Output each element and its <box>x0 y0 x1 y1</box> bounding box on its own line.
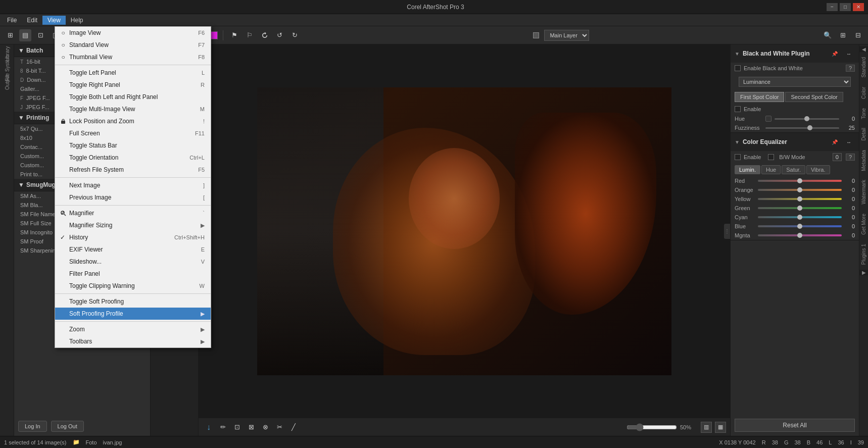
smugmug-item-2[interactable]: SM File Name <box>14 210 150 219</box>
layer-select[interactable]: Main Layer <box>544 30 589 41</box>
rotate-icon[interactable] <box>259 29 271 41</box>
printing-item-0[interactable]: 5x7 Qu... <box>14 124 150 133</box>
color-eq-expand-button[interactable]: ↔ <box>843 136 855 148</box>
vtab-plugins[interactable]: Plugins 1 <box>859 240 868 269</box>
view-mode-1[interactable]: ▥ <box>701 422 712 433</box>
smugmug-item-5[interactable]: SM Proof <box>14 237 150 246</box>
first-spot-color-tab[interactable]: First Spot Color <box>735 92 784 102</box>
standard-view-button[interactable]: ▤ <box>19 29 31 41</box>
menu-edit[interactable]: Edit <box>22 16 42 25</box>
thumb-view-button[interactable]: ⊡ <box>34 29 46 41</box>
menu-view[interactable]: View <box>42 16 66 25</box>
printing-item-1[interactable]: 8x10 <box>14 133 150 142</box>
batch-item-5[interactable]: J JPEG F... <box>14 103 150 112</box>
right-collapse-handle[interactable]: ⋮ <box>724 224 730 239</box>
color-swatch-pink[interactable] <box>210 31 218 39</box>
star-5[interactable]: ★ <box>116 31 123 39</box>
batch-item-4[interactable]: F JPEG F... <box>14 93 150 103</box>
vtab-watermark[interactable]: Watermark <box>859 176 868 209</box>
printing-item-2[interactable]: Contac... <box>14 142 150 152</box>
search-button[interactable]: 🔍 <box>822 29 834 41</box>
cyan-track[interactable] <box>758 216 842 218</box>
smugmug-item-4[interactable]: SM Incognito <box>14 228 150 237</box>
view-mode-2[interactable]: ▦ <box>715 422 726 433</box>
zoom-slider[interactable] <box>626 423 677 431</box>
mgnta-track[interactable] <box>758 234 842 236</box>
smugmug-item-3[interactable]: SM Full Size <box>14 219 150 228</box>
thumb-item-1[interactable]: portrait-ph.jpg <box>153 98 196 138</box>
bw-expand-button[interactable]: ↔ <box>843 47 855 60</box>
star-2[interactable]: ★ <box>87 31 94 39</box>
eq-tab-satur[interactable]: Satur. <box>782 165 805 174</box>
thumb-nav-left[interactable]: ◀ <box>151 44 160 53</box>
minimize-button[interactable]: − <box>827 3 838 11</box>
smugmug-item-0[interactable]: SM As... <box>14 191 150 201</box>
flag2-button[interactable]: ⚐ <box>244 29 256 41</box>
thumb-nav-right[interactable]: ▶ <box>151 184 160 192</box>
color-eq-pin-button[interactable]: 📌 <box>829 136 841 148</box>
color-swatch-gray[interactable] <box>143 31 151 39</box>
bw-mode-checkbox[interactable] <box>768 154 774 160</box>
undo-button[interactable]: ↺ <box>274 29 286 41</box>
hue-slider-track[interactable] <box>775 118 839 120</box>
log-out-button[interactable]: Log Out <box>51 421 84 432</box>
right-panel-nav-left[interactable]: ◀ <box>859 46 869 52</box>
luminance-select[interactable]: Luminance <box>739 77 851 87</box>
color-swatch-green[interactable] <box>165 31 173 39</box>
printing-item-4[interactable]: Custom... <box>14 161 150 170</box>
maximize-button[interactable]: □ <box>840 3 851 11</box>
green-track[interactable] <box>758 207 842 209</box>
second-spot-color-tab[interactable]: Second Spot Color <box>785 92 843 102</box>
hue-color-swatch[interactable] <box>765 116 771 122</box>
tool-retouch[interactable]: ⊗ <box>259 421 271 433</box>
view-toggle-2[interactable]: ⊟ <box>852 29 864 41</box>
eq-tab-hue[interactable]: Hue <box>761 165 781 174</box>
left-panel-filesystem[interactable]: File System <box>2 63 13 74</box>
vtab-tone[interactable]: Tone <box>859 104 868 123</box>
color-eq-help-button[interactable]: ? <box>846 154 855 161</box>
unknown-btn[interactable]: ◫ <box>50 29 62 41</box>
tool-edit[interactable]: ✏ <box>217 421 229 433</box>
right-panel-nav-right[interactable]: ▶ <box>859 270 869 275</box>
thumb-item-2[interactable]: priches.jpg <box>153 141 196 181</box>
fuzziness-slider-track[interactable] <box>765 127 839 129</box>
batch-item-0[interactable]: T 16-bit <box>14 57 150 66</box>
color-swatch-yellow[interactable] <box>176 31 184 39</box>
tool-crop[interactable]: ⊡ <box>231 421 243 433</box>
log-in-button[interactable]: Log In <box>18 421 47 432</box>
star-3[interactable]: ★ <box>97 31 104 39</box>
yellow-track[interactable] <box>758 198 842 200</box>
tool-gradient[interactable]: ╱ <box>287 421 300 433</box>
smugmug-item-1[interactable]: SM Bla... <box>14 201 150 210</box>
bw-help-button[interactable]: ? <box>846 65 855 72</box>
vtab-detail[interactable]: Detail <box>859 124 868 145</box>
menu-file[interactable]: File <box>2 16 22 25</box>
batch-section-header[interactable]: ▼ Batch <box>14 44 150 57</box>
eq-tab-vibra[interactable]: Vibra. <box>806 165 830 174</box>
redo-button[interactable]: ↻ <box>289 29 301 41</box>
printing-item-3[interactable]: Custom... <box>14 152 150 161</box>
orange-track[interactable] <box>758 189 842 191</box>
star-4[interactable]: ★ <box>107 31 113 39</box>
flag-button[interactable]: ⚑ <box>228 29 240 41</box>
star-6[interactable]: ★ <box>126 31 132 39</box>
color-swatch-red[interactable] <box>154 31 162 39</box>
color-swatch-purple[interactable] <box>199 31 207 39</box>
tool-stamp[interactable]: ✂ <box>273 421 285 433</box>
color-swatch-blue[interactable] <box>187 31 196 39</box>
batch-item-1[interactable]: 8 8-bit T... <box>14 66 150 75</box>
batch-item-2[interactable]: D Down... <box>14 75 150 84</box>
view-toggle-1[interactable]: ⊞ <box>837 29 849 41</box>
blue-track[interactable] <box>758 225 842 227</box>
red-track[interactable] <box>758 180 842 182</box>
color-eq-enable-checkbox[interactable] <box>735 154 741 160</box>
tool-transform[interactable]: ⊠ <box>245 421 257 433</box>
smugmug-item-6[interactable]: SM Sharpening <box>14 246 150 255</box>
printing-item-5[interactable]: Print to... <box>14 170 150 179</box>
vtab-metadata[interactable]: Metadata <box>859 146 868 175</box>
batch-item-3[interactable]: Galler... <box>14 84 150 93</box>
smugmug-section-header[interactable]: ▼ SmugMug <box>14 179 150 191</box>
vtab-color[interactable]: Color <box>859 83 868 103</box>
thumb-scrollbar[interactable] <box>151 192 198 198</box>
reset-all-button[interactable]: Reset All <box>735 419 855 432</box>
